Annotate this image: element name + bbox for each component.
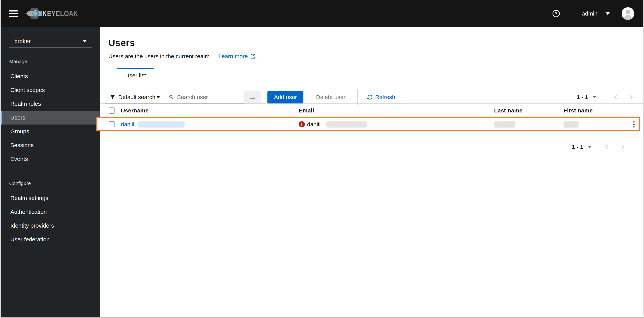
column-header-last-name: Last name [491,107,560,114]
search-icon [169,94,174,100]
refresh-button[interactable]: Refresh [367,94,395,100]
username-link[interactable]: daniil_ [121,121,138,128]
row-checkbox[interactable] [109,121,115,127]
external-link-icon [250,54,256,59]
sidebar-item-groups[interactable]: Groups [1,125,100,138]
search-input[interactable] [177,94,240,100]
column-header-username: Username [117,107,295,114]
help-button[interactable]: ? [552,10,560,18]
realm-selector[interactable]: broker [9,35,92,48]
row-kebab-menu[interactable] [630,121,637,128]
user-avatar-icon [622,7,634,20]
tab-bar: User list [100,68,643,82]
sidebar-item-events[interactable]: Events [1,152,100,166]
chevron-right-icon[interactable] [620,144,626,150]
column-header-email: Email [295,107,491,114]
tab-user-list[interactable]: User list [117,68,154,82]
chevron-left-icon[interactable] [613,94,618,100]
add-user-button[interactable]: Add user [268,91,304,103]
highlight-box: daniil_ ! daniil_ [96,117,640,131]
sidebar-item-identity-providers[interactable]: Identity providers [1,219,100,233]
nav-group-manage: Manage [1,53,100,69]
hamburger-icon [10,10,18,12]
question-circle-icon: ? [552,10,560,18]
select-all-checkbox[interactable] [109,108,115,114]
main-content: Users Users are the users in the current… [100,27,643,317]
chevron-left-icon[interactable] [604,144,609,150]
redacted-first-name [564,121,578,128]
table-toolbar: Default search → Add user [100,82,643,103]
masthead: KEYCLOAK ? admin [1,1,643,27]
pagination-top: 1 - 1 [576,94,634,100]
hamburger-icon [10,16,18,17]
pagination-range: 1 - 1 [572,144,583,150]
page-header: Users Users are the users in the current… [100,37,643,60]
svg-text:KEYCLOAK: KEYCLOAK [42,9,78,18]
email-text: daniil_ [307,121,324,128]
page-description: Users are the users in the current realm… [108,53,211,60]
search-type-dropdown[interactable]: Default search [105,91,165,103]
nav-group-configure: Configure [1,175,100,191]
pagination-caret-icon[interactable] [593,96,596,98]
caret-down-icon [156,96,160,98]
masthead-actions: ? admin [552,7,634,20]
user-menu-label: admin [582,10,598,17]
sidebar-item-sessions[interactable]: Sessions [1,138,100,152]
sidebar-item-user-federation[interactable]: User federation [1,233,100,246]
sidebar-item-clients[interactable]: Clients [1,69,100,83]
page-title: Users [108,37,634,48]
pagination-range: 1 - 1 [576,94,588,100]
user-menu-dropdown[interactable]: admin [582,10,610,17]
delete-user-button[interactable]: Delete user [312,94,349,100]
pagination-caret-icon[interactable] [588,146,592,148]
realm-selector-value: broker [14,38,31,45]
sidebar-item-realm-roles[interactable]: Realm roles [1,97,100,111]
redacted-email [326,121,367,128]
svg-text:?: ? [555,11,558,16]
email-error-icon: ! [299,121,305,127]
sidebar-item-authentication[interactable]: Authentication [1,205,100,219]
arrow-right-icon: → [249,93,256,101]
redacted-last-name [494,121,515,128]
chevron-right-icon[interactable] [629,94,634,100]
sidebar-item-users[interactable]: Users [1,111,100,125]
caret-down-icon [83,40,87,42]
sidebar-item-client-scopes[interactable]: Client scopes [1,83,100,97]
table-row: daniil_ ! daniil_ [100,118,637,130]
hamburger-icon [10,13,18,14]
app-window: KEYCLOAK ? admin [0,0,644,318]
search-group: → [165,91,260,103]
column-header-first-name: First name [560,107,624,114]
caret-down-icon [606,12,610,15]
search-submit-button[interactable]: → [244,91,260,103]
sidebar-item-realm-settings[interactable]: Realm settings [1,191,100,205]
learn-more-link[interactable]: Learn more [218,53,256,60]
refresh-icon [367,94,373,100]
keycloak-logo-icon: KEYCLOAK [26,8,79,20]
redacted-username [138,121,185,128]
keycloak-logo[interactable]: KEYCLOAK [26,8,79,20]
pagination-bottom: 1 - 1 [100,131,643,150]
nav-toggle-button[interactable] [10,10,18,17]
table-header: Username Email Last name First name [100,103,643,117]
filter-icon [110,94,115,100]
avatar [622,7,634,20]
sidebar-nav: broker Manage Clients Client scopes Real… [1,27,100,317]
